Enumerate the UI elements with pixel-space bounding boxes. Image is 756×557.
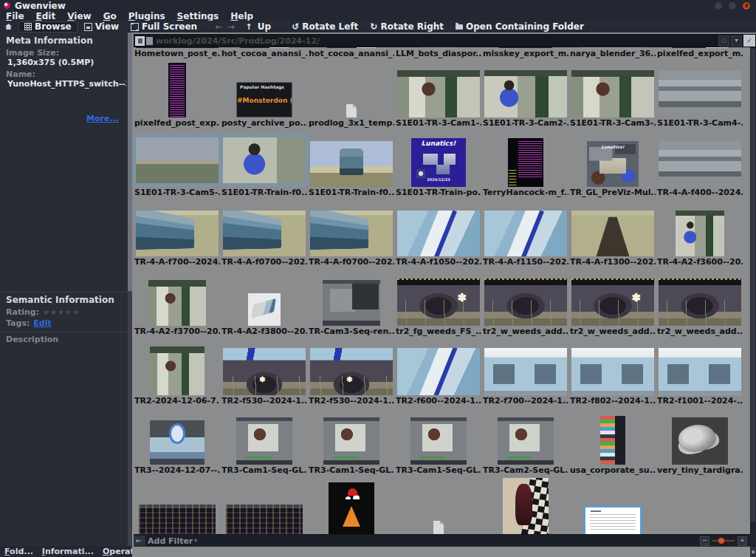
up-button[interactable]: ↑ Up xyxy=(238,21,277,33)
tags-label: Tags: xyxy=(6,318,30,328)
thumbnail-item[interactable]: tr2_fg_weeds_FS_... xyxy=(395,267,482,337)
thumbnail-item[interactable]: TR2-f530--2024-1... xyxy=(221,337,308,406)
thumbnail-item[interactable]: TR-4-A-f700--2024... xyxy=(134,198,221,267)
thumbnail-item[interactable]: TR-4-A-f0700--202... xyxy=(221,198,308,267)
thumbnail-image xyxy=(148,280,206,326)
view-button[interactable]: View xyxy=(79,21,124,33)
sidebar-tab-operati[interactable]: Operati... xyxy=(98,547,132,556)
menu-file[interactable]: File xyxy=(0,11,30,21)
zoom-out-button[interactable]: − xyxy=(700,536,709,546)
thumbnail-item[interactable]: TR-4-A2-f3700--20... xyxy=(134,267,221,337)
thumbnail-size-slider[interactable] xyxy=(712,540,735,541)
thumbnail-item[interactable]: tr2_w_weeds_add... xyxy=(569,267,656,337)
thumbnail-item[interactable]: Lunatics!TR_GL_PreViz-Mul... xyxy=(569,129,656,198)
thumbnail-item[interactable]: very_tiny_tardigra... xyxy=(656,406,743,476)
thumbnail-image xyxy=(397,348,480,395)
thumbnail-item[interactable]: S1E01-TR-Train-f0... xyxy=(221,129,308,198)
location-go-button[interactable]: ✓ xyxy=(743,35,755,47)
thumbnail-item[interactable]: TR-4-A-f400--2024... xyxy=(656,129,743,198)
thumbnail-image xyxy=(508,138,543,187)
forward-button[interactable]: → xyxy=(225,21,236,33)
menu-go[interactable]: Go xyxy=(97,11,123,21)
thumbnail-item[interactable]: S1E01-TR-3-Cam2-... xyxy=(482,59,569,129)
sidebar: Meta Information Image Size: 1,360x375 (… xyxy=(0,33,132,557)
thumbnail-label: Hometown_post_e... xyxy=(134,49,220,59)
location-bar[interactable]: worklog/2024/Src/ProdLog/2024-12/ ◌ ▾ ✓ xyxy=(134,34,756,47)
zoom-in-button[interactable]: + xyxy=(738,536,747,546)
thumbnail-item[interactable]: TR2-f1001--2024-... xyxy=(656,337,743,406)
scrollbar-corner-button[interactable]: ▪ xyxy=(750,547,756,557)
thumbnail-image xyxy=(571,348,654,395)
thumbnail-image xyxy=(226,505,303,534)
thumbnail-item[interactable]: TR-4-A-f0700--202... xyxy=(308,198,395,267)
browse-area: Hometown_post_e...hot_cocoa_anansi_...ho… xyxy=(132,33,756,557)
thumbnail-item[interactable]: S1E01-TR-3-Cam4-... xyxy=(656,59,743,129)
thumbnail-image xyxy=(310,141,393,187)
thumbnail-label: TR_GL_PreViz-Mul... xyxy=(570,188,656,198)
thumbnail-item[interactable]: TR-4-A-f1150--202... xyxy=(482,198,569,267)
thumbnail-item[interactable]: S1E01-TR-3-Cam3-... xyxy=(569,59,656,129)
menu-settings[interactable]: Settings xyxy=(171,11,225,21)
thumbnail-item[interactable]: TR-4-A2-f3800--20... xyxy=(221,267,308,337)
sidebar-tab-fold[interactable]: Fold... xyxy=(0,547,38,556)
thumbnail-item[interactable]: TR-4-A-f1300--202... xyxy=(569,198,656,267)
thumbnail-item[interactable]: TR-4-A2-f3600--20... xyxy=(656,198,743,267)
thumbnail-item[interactable]: tr2_w_weeds_add... xyxy=(656,267,743,337)
thumbnail-item[interactable]: TR2-f700--2024-1... xyxy=(482,337,569,406)
thumbnail-item[interactable]: TR3-Cam1-Seq-GL... xyxy=(395,406,482,476)
thumbnail-item[interactable]: usa_corporate_su... xyxy=(569,406,656,476)
rotate-left-button[interactable]: ↺ Rotate Left xyxy=(286,21,363,33)
thumbnail-item[interactable]: Popular Hashtags#Monsterdon (51)posty_ar… xyxy=(221,59,308,129)
thumbnail-image xyxy=(571,278,654,326)
thumbnail-label: prodlog_3x1_temp... xyxy=(309,118,394,129)
thumbnail-label: TR-4-A-f400--2024... xyxy=(657,188,743,198)
location-path[interactable]: worklog/2024/Src/ProdLog/2024-12/ xyxy=(156,36,718,46)
thumbnail-item[interactable]: TerryHancock-m_f... xyxy=(482,129,569,198)
thumbnail-item[interactable]: TR2-f802--2024-1... xyxy=(569,337,656,406)
thumbnail-item[interactable]: TR3-Cam1-Seq-GL... xyxy=(221,406,308,476)
open-containing-folder-button[interactable]: Open Containing Folder xyxy=(450,21,589,33)
thumbnail-item[interactable]: prodlog_3x1_temp... xyxy=(308,59,395,129)
rating-stars[interactable]: ★★★★★ xyxy=(43,308,80,316)
home-button[interactable] xyxy=(0,21,17,33)
thumbnail-item[interactable]: TR2-f600--2024-1... xyxy=(395,337,482,406)
location-dropdown-button[interactable]: ▾ xyxy=(731,35,742,47)
menu-edit[interactable]: Edit xyxy=(30,11,62,21)
menu-plugins[interactable]: Plugins xyxy=(123,11,171,21)
sidebar-tab-informati[interactable]: Informati... xyxy=(38,547,98,556)
back-button[interactable]: ← xyxy=(213,21,224,33)
close-button[interactable]: x xyxy=(743,2,750,10)
thumbnail-item[interactable]: pixelfed_post_exp... xyxy=(134,59,221,129)
thumbnail-item[interactable]: TR2-2024-12-06-7... xyxy=(134,337,221,406)
fullscreen-button[interactable]: Full Screen xyxy=(126,21,202,33)
tags-edit-link[interactable]: Edit xyxy=(33,318,51,328)
slider-knob[interactable] xyxy=(718,538,724,544)
thumbnail-item[interactable]: TR3-Cam2-Seq-GL... xyxy=(482,406,569,476)
collapse-filter-icon[interactable]: ⇤ xyxy=(134,536,145,546)
thumbnail-item[interactable]: TR-4-A-f1050--202... xyxy=(395,198,482,267)
more-link[interactable]: More... xyxy=(6,114,119,123)
thumbnail-image xyxy=(498,417,554,465)
thumbnail-item[interactable]: TR-Cam3-Seq-ren... xyxy=(308,267,395,337)
browse-button[interactable]: Browse xyxy=(18,21,78,33)
location-clear-button[interactable]: ◌ xyxy=(718,35,729,47)
rotate-right-button[interactable]: ↻ Rotate Right xyxy=(365,21,449,33)
thumbnail-item[interactable]: TR2-f530--2024-1... xyxy=(308,337,395,406)
thumbnail-item[interactable]: S1E01-TR-Train-f0... xyxy=(308,129,395,198)
add-filter-button[interactable]: Add Filter xyxy=(148,536,193,546)
menu-view[interactable]: View xyxy=(61,11,97,21)
vertical-scrollbar[interactable] xyxy=(750,46,756,547)
maximize-button[interactable] xyxy=(729,2,736,10)
thumbnail-caption: Lunatics! xyxy=(601,144,624,149)
thumbnail-label: S1E01-TR-3-Cam1-... xyxy=(396,118,481,129)
thumbnail-item[interactable]: TR3-Cam1-Seq-GL... xyxy=(308,406,395,476)
thumbnail-item[interactable]: S1E01-TR-3-Cam5-... xyxy=(134,129,221,198)
menu-help[interactable]: Help xyxy=(224,11,259,21)
location-folder-icon xyxy=(146,37,153,45)
thumbnail-item[interactable]: S1E01-TR-3-Cam1-... xyxy=(395,59,482,129)
thumbnail-item[interactable]: tr2_w_weeds_add... xyxy=(482,267,569,337)
view-icon xyxy=(84,23,92,31)
thumbnail-item[interactable]: Lunatics!2024/12/23S1E01-TR-Train-po... xyxy=(395,129,482,198)
minimize-button[interactable] xyxy=(715,2,722,10)
thumbnail-item[interactable]: TR3--2024-12-07--... xyxy=(134,406,221,476)
